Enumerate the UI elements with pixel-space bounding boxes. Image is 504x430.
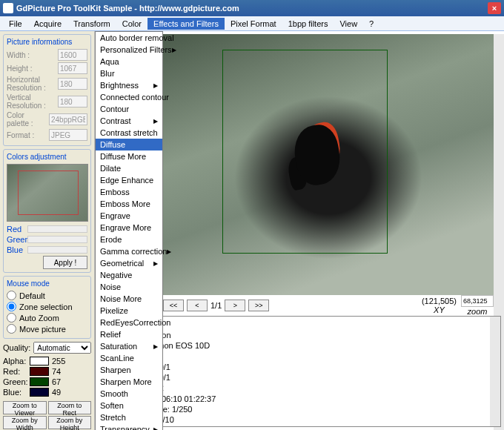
menu-file[interactable]: File [3, 18, 28, 30]
menuitem-auto-border-removal[interactable]: Auto border removal [96, 32, 162, 44]
mouse-mode-move-picture[interactable]: Move picture [7, 324, 87, 334]
menuitem-erode[interactable]: Erode [96, 234, 162, 245]
radio-icon[interactable] [7, 324, 16, 334]
menuitem-relief[interactable]: Relief [96, 328, 162, 340]
colors-thumbnail [7, 164, 88, 222]
menuitem-contrast-stretch[interactable]: Contrast stretch [96, 127, 162, 139]
green-value: 67 [52, 377, 61, 386]
blue-label: Blue: [3, 388, 27, 397]
zoom-to-rect-button[interactable]: Zoom to Rect [48, 401, 92, 414]
menu-transform[interactable]: Transform [67, 18, 116, 30]
zoom-buttons-group: Zoom to ViewerZoom to Rect Zoom by Width… [3, 401, 91, 430]
selection-rectangle[interactable] [222, 50, 388, 254]
menuitem-sharpen-more[interactable]: Sharpen More [96, 376, 162, 388]
menuitem-sharpen[interactable]: Sharpen [96, 364, 162, 376]
menuitem-aqua[interactable]: Aqua [96, 56, 162, 67]
menuitem-emboss[interactable]: Emboss [96, 186, 162, 198]
mouse-mode-zone-selection[interactable]: Zone selection [7, 302, 87, 311]
next-page-button[interactable]: > [225, 300, 245, 311]
red-slider[interactable] [27, 225, 87, 233]
menuitem-scanline[interactable]: ScanLine [96, 352, 162, 364]
menuitem-noise-more[interactable]: Noise More [96, 293, 162, 305]
menuitem-saturation[interactable]: Saturation▶ [96, 340, 162, 352]
menuitem-dilate[interactable]: Dilate [96, 162, 162, 174]
width-label: Width : [7, 51, 56, 59]
format-label: Format : [7, 131, 47, 139]
menuitem-edge-enhance[interactable]: Edge Enhance [96, 174, 162, 186]
radio-icon[interactable] [7, 313, 16, 322]
effects-dropdown: Auto border removalPersonalized Filters▶… [95, 31, 163, 430]
prev-page-button[interactable]: < [187, 300, 208, 311]
radio-icon[interactable] [7, 291, 16, 300]
quality-label: Quality: [3, 343, 30, 352]
menu-effects-and-filters[interactable]: Effects and Filters [147, 18, 225, 30]
height-label: Height : [7, 64, 56, 73]
menuitem-diffuse-more[interactable]: Diffuse More [96, 150, 162, 162]
chevron-right-icon: ▶ [153, 343, 158, 350]
menuitem-stretch[interactable]: Stretch [96, 411, 162, 423]
green-slider[interactable] [27, 236, 87, 243]
first-page-button[interactable]: << [163, 300, 184, 311]
menuitem-contour[interactable]: Contour [96, 103, 162, 115]
blue-value: 49 [52, 388, 61, 397]
chevron-right-icon: ▶ [153, 82, 158, 89]
width-input[interactable] [58, 49, 87, 61]
titlebar-text: GdPicture Pro ToolKit Sample - http://ww… [16, 4, 488, 13]
menu-pixel-format[interactable]: Pixel Format [225, 18, 282, 30]
image-viewport[interactable] [163, 34, 494, 295]
vres-input[interactable] [58, 96, 87, 108]
menuitem-negative[interactable]: Negative [96, 269, 162, 281]
hres-input[interactable] [58, 78, 87, 90]
menuitem-soften[interactable]: Soften [96, 400, 162, 411]
menuitem-contrast[interactable]: Contrast▶ [96, 115, 162, 127]
zoom-by-width-button[interactable]: Zoom by Width [3, 416, 47, 429]
zoom-input[interactable] [461, 295, 494, 307]
mouse-mode-default[interactable]: Default [7, 291, 87, 300]
menuitem-transparency[interactable]: Transparency▶ [96, 423, 162, 430]
main-area: Auto border removalPersonalized Filters▶… [95, 31, 504, 430]
blue-slider[interactable] [27, 246, 87, 254]
quality-row: Quality: Automatic [3, 342, 91, 354]
last-page-button[interactable]: >> [248, 300, 269, 311]
pager: << < 1/1 > >> (121,505) XY zoom [163, 297, 494, 314]
palette-input[interactable] [49, 113, 87, 125]
menuitem-smooth[interactable]: Smooth [96, 388, 162, 400]
zoom-to-viewer-button[interactable]: Zoom to Viewer [3, 401, 47, 414]
chevron-right-icon: ▶ [172, 47, 176, 53]
height-input[interactable] [58, 62, 87, 74]
menuitem-geometrical[interactable]: Geometrical▶ [96, 257, 162, 269]
apply-button[interactable]: Apply ! [43, 256, 87, 269]
radio-icon[interactable] [7, 302, 16, 311]
menuitem-pixelize[interactable]: Pixelize [96, 305, 162, 317]
menu-color[interactable]: Color [116, 18, 147, 30]
menuitem-engrave-more[interactable]: Engrave More [96, 222, 162, 234]
picture-info-group: Picture informations Width : Height : Ho… [3, 34, 91, 146]
alpha-swatch [30, 357, 49, 366]
menuitem-personalized-filters[interactable]: Personalized Filters▶ [96, 44, 162, 56]
menu-1bpp-filters[interactable]: 1bpp filters [282, 18, 334, 30]
menuitem-redeyescorrection[interactable]: RedEyesCorrection [96, 317, 162, 328]
close-button[interactable]: × [488, 2, 501, 14]
format-input[interactable] [49, 129, 87, 141]
alpha-value: 255 [52, 357, 65, 366]
menu--[interactable]: ? [363, 18, 379, 30]
quality-select[interactable]: Automatic [33, 342, 91, 354]
menuitem-noise[interactable]: Noise [96, 281, 162, 293]
zoom-label: zoom [461, 307, 494, 316]
tags-scrollbar[interactable] [490, 317, 500, 426]
chevron-right-icon: ▶ [167, 248, 171, 255]
menuitem-engrave[interactable]: Engrave [96, 210, 162, 222]
blue-swatch [30, 388, 49, 397]
blue-slider-label: Blue [7, 245, 27, 254]
menuitem-blur[interactable]: Blur [96, 67, 162, 79]
palette-label: Color palette : [7, 111, 47, 128]
zoom-by-height-button[interactable]: Zoom by Height [48, 416, 92, 429]
menuitem-brightness[interactable]: Brightness▶ [96, 79, 162, 91]
menuitem-gamma-correction[interactable]: Gamma correction▶ [96, 245, 162, 257]
menuitem-connected-contour[interactable]: Connected contour [96, 91, 162, 103]
menu-view[interactable]: View [334, 18, 363, 30]
menu-acquire[interactable]: Acquire [28, 18, 67, 30]
mouse-mode-auto-zoom[interactable]: Auto Zoom [7, 313, 87, 322]
menuitem-emboss-more[interactable]: Emboss More [96, 198, 162, 210]
menuitem-diffuse[interactable]: Diffuse [96, 139, 162, 150]
